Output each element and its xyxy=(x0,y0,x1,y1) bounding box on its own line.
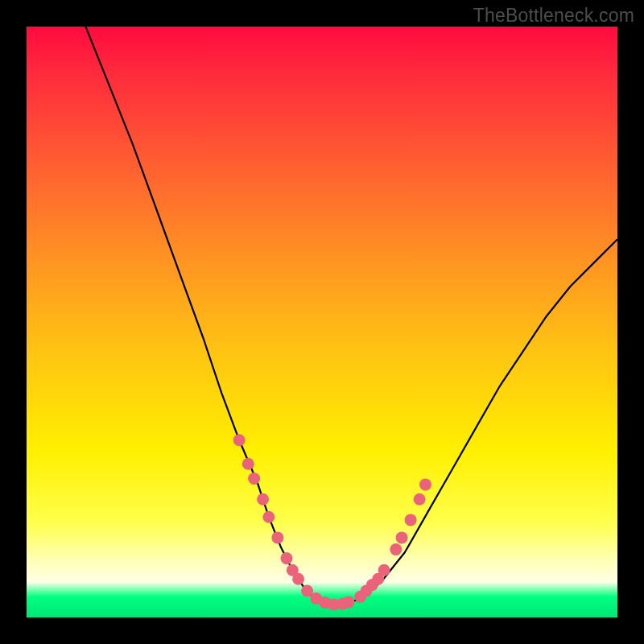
data-marker xyxy=(233,434,246,446)
curve-line xyxy=(85,27,617,605)
chart-frame: TheBottleneck.com xyxy=(0,0,644,644)
data-marker xyxy=(281,552,293,564)
data-marker xyxy=(271,531,283,543)
data-marker xyxy=(257,493,269,506)
data-marker xyxy=(292,573,304,585)
data-marker xyxy=(390,543,402,555)
data-marker xyxy=(396,531,408,543)
markers-left xyxy=(233,434,355,610)
data-marker xyxy=(343,596,355,608)
markers-right xyxy=(354,478,431,602)
chart-overlay xyxy=(27,27,617,617)
chart-plot-area xyxy=(27,27,617,617)
data-marker xyxy=(248,473,260,485)
data-marker xyxy=(262,511,275,523)
data-marker xyxy=(405,514,417,526)
data-marker xyxy=(419,478,431,490)
curve-path xyxy=(85,27,617,605)
watermark-text: TheBottleneck.com xyxy=(473,5,634,27)
data-marker xyxy=(378,564,390,576)
data-marker xyxy=(414,493,426,506)
data-marker xyxy=(242,458,254,470)
